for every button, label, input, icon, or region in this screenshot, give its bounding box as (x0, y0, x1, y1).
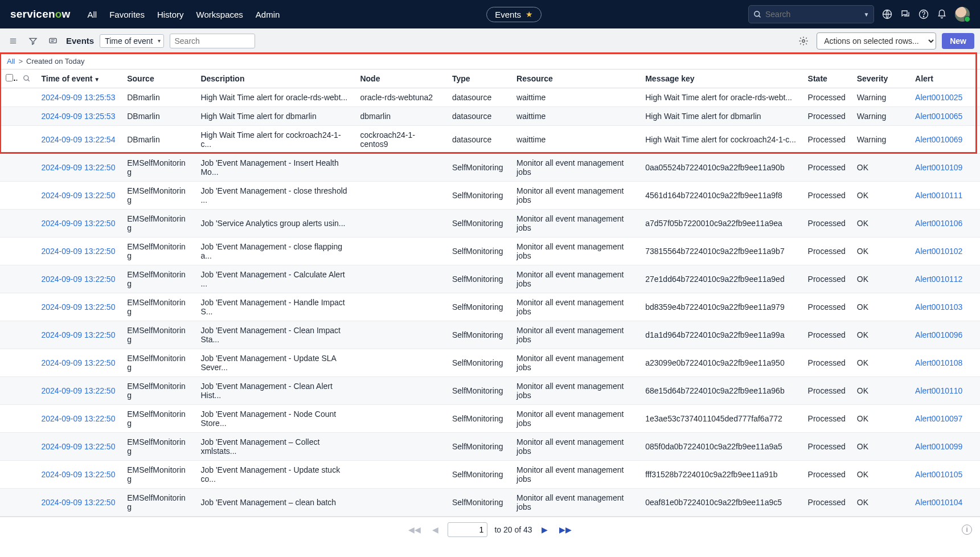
activity-icon[interactable] (46, 34, 60, 48)
cell-time[interactable]: 2024-09-09 13:22:50 (35, 237, 121, 265)
cell-alert[interactable]: Alert0010065 (909, 107, 980, 126)
logo-text-o: o (55, 8, 62, 21)
col-messagekey[interactable]: Message key (639, 69, 802, 88)
filter-field-select[interactable]: Time of event (100, 34, 163, 48)
cell-alert[interactable]: Alert0010109 (909, 154, 980, 182)
cell-time[interactable]: 2024-09-09 13:22:50 (35, 377, 121, 405)
bell-icon[interactable] (937, 9, 947, 19)
col-description[interactable]: Description (195, 69, 354, 88)
table-row[interactable]: 2024-09-09 13:25:53DBmarlinHigh Wait Tim… (0, 88, 980, 107)
filter-icon[interactable] (26, 34, 40, 48)
global-search-input[interactable] (765, 10, 857, 19)
table-row[interactable]: 2024-09-09 13:22:50EMSelfMonitoringJob '… (0, 405, 980, 433)
cell-alert[interactable]: Alert0010112 (909, 265, 980, 293)
cell-state: Processed (802, 321, 851, 349)
table-row[interactable]: 2024-09-09 13:22:50EMSelfMonitoringJob '… (0, 321, 980, 349)
cell-time[interactable]: 2024-09-09 13:22:50 (35, 489, 121, 517)
table-row[interactable]: 2024-09-09 13:22:50EMSelfMonitoringJob '… (0, 182, 980, 210)
cell-time[interactable]: 2024-09-09 13:22:50 (35, 461, 121, 489)
list-search-input[interactable] (170, 34, 255, 48)
page-input[interactable] (448, 522, 487, 537)
cell-alert[interactable]: Alert0010103 (909, 293, 980, 321)
cell-time[interactable]: 2024-09-09 13:22:50 (35, 293, 121, 321)
cell-time[interactable]: 2024-09-09 13:22:50 (35, 154, 121, 182)
globe-icon[interactable] (882, 9, 892, 19)
cell-alert[interactable]: Alert0010110 (909, 377, 980, 405)
col-type[interactable]: Type (446, 69, 511, 88)
cell-source: EMSelfMonitoring (121, 321, 195, 349)
table-row[interactable]: 2024-09-09 13:22:50EMSelfMonitoringJob '… (0, 237, 980, 265)
first-page-icon[interactable]: ◀◀ (406, 524, 423, 535)
new-button[interactable]: New (942, 33, 974, 49)
table-row[interactable]: 2024-09-09 13:22:50EMSelfMonitoringJob '… (0, 293, 980, 321)
table-row[interactable]: 2024-09-09 13:22:50EMSelfMonitoringJob '… (0, 265, 980, 293)
table-row[interactable]: 2024-09-09 13:22:50EMSelfMonitoringJob '… (0, 377, 980, 405)
cell-time[interactable]: 2024-09-09 13:22:50 (35, 405, 121, 433)
cell-resource: waittime (511, 88, 639, 107)
cell-source: EMSelfMonitoring (121, 154, 195, 182)
actions-select[interactable]: Actions on selected rows... (817, 32, 936, 50)
cell-alert[interactable]: Alert0010104 (909, 489, 980, 517)
prev-page-icon[interactable]: ◀ (430, 524, 441, 535)
cell-time[interactable]: 2024-09-09 13:22:50 (35, 321, 121, 349)
gear-icon[interactable] (798, 36, 809, 46)
cell-alert[interactable]: Alert0010108 (909, 349, 980, 377)
table-container: Time of event Source Description Node Ty… (0, 69, 980, 517)
search-options-caret[interactable]: ▼ (859, 5, 874, 23)
cell-alert[interactable]: Alert0010111 (909, 182, 980, 210)
nav-workspaces[interactable]: Workspaces (196, 10, 243, 19)
row-checkbox-cell (0, 433, 17, 461)
nav-favorites[interactable]: Favorites (109, 10, 145, 19)
col-source[interactable]: Source (121, 69, 195, 88)
cell-alert[interactable]: Alert0010102 (909, 237, 980, 265)
global-search[interactable] (748, 5, 862, 23)
help-icon[interactable] (919, 9, 929, 19)
table-row[interactable]: 2024-09-09 13:25:53DBmarlinHigh Wait Tim… (0, 107, 980, 126)
table-row[interactable]: 2024-09-09 13:22:50EMSelfMonitoringJob '… (0, 349, 980, 377)
chat-icon[interactable] (900, 9, 911, 19)
cell-resource: Monitor all event management jobs (511, 182, 639, 210)
cell-time[interactable]: 2024-09-09 13:25:53 (35, 107, 121, 126)
cell-alert[interactable]: Alert0010069 (909, 126, 980, 154)
avatar[interactable] (955, 7, 970, 22)
nav-admin[interactable]: Admin (256, 10, 280, 19)
cell-time[interactable]: 2024-09-09 13:22:54 (35, 126, 121, 154)
nav-history[interactable]: History (157, 10, 184, 19)
current-page-pill[interactable]: Events ★ (486, 7, 542, 22)
cell-alert[interactable]: Alert0010096 (909, 321, 980, 349)
menu-icon[interactable] (6, 35, 20, 47)
col-time[interactable]: Time of event (35, 69, 121, 88)
table-row[interactable]: 2024-09-09 13:22:50EMSelfMonitoringJob '… (0, 489, 980, 517)
cell-time[interactable]: 2024-09-09 13:22:50 (35, 349, 121, 377)
cell-alert[interactable]: Alert0010025 (909, 88, 980, 107)
cell-alert[interactable]: Alert0010097 (909, 405, 980, 433)
col-alert[interactable]: Alert (909, 69, 980, 88)
cell-time[interactable]: 2024-09-09 13:22:50 (35, 265, 121, 293)
table-row[interactable]: 2024-09-09 13:22:54DBmarlinHigh Wait Tim… (0, 126, 980, 154)
col-search[interactable] (17, 69, 35, 88)
breadcrumb-current[interactable]: Created on Today (26, 57, 84, 65)
cell-state: Processed (802, 293, 851, 321)
table-row[interactable]: 2024-09-09 13:22:50EMSelfMonitoringJob '… (0, 210, 980, 237)
table-row[interactable]: 2024-09-09 13:22:50EMSelfMonitoringJob '… (0, 433, 980, 461)
last-page-icon[interactable]: ▶▶ (557, 524, 574, 535)
table-row[interactable]: 2024-09-09 13:22:50EMSelfMonitoringJob '… (0, 461, 980, 489)
cell-alert[interactable]: Alert0010106 (909, 210, 980, 237)
select-all-checkbox[interactable] (6, 74, 13, 81)
table-row[interactable]: 2024-09-09 13:22:50EMSelfMonitoringJob '… (0, 154, 980, 182)
cell-alert[interactable]: Alert0010099 (909, 433, 980, 461)
col-severity[interactable]: Severity (851, 69, 909, 88)
info-icon[interactable]: i (962, 525, 972, 535)
col-node[interactable]: Node (354, 69, 446, 88)
cell-time[interactable]: 2024-09-09 13:22:50 (35, 182, 121, 210)
cell-time[interactable]: 2024-09-09 13:22:50 (35, 433, 121, 461)
breadcrumb-all[interactable]: All (7, 57, 15, 65)
cell-alert[interactable]: Alert0010105 (909, 461, 980, 489)
next-page-icon[interactable]: ▶ (539, 524, 550, 535)
col-resource[interactable]: Resource (511, 69, 639, 88)
col-state[interactable]: State (802, 69, 851, 88)
cell-time[interactable]: 2024-09-09 13:25:53 (35, 88, 121, 107)
nav-all[interactable]: All (88, 10, 97, 19)
logo[interactable]: servicenow (10, 8, 71, 21)
cell-time[interactable]: 2024-09-09 13:22:50 (35, 210, 121, 237)
